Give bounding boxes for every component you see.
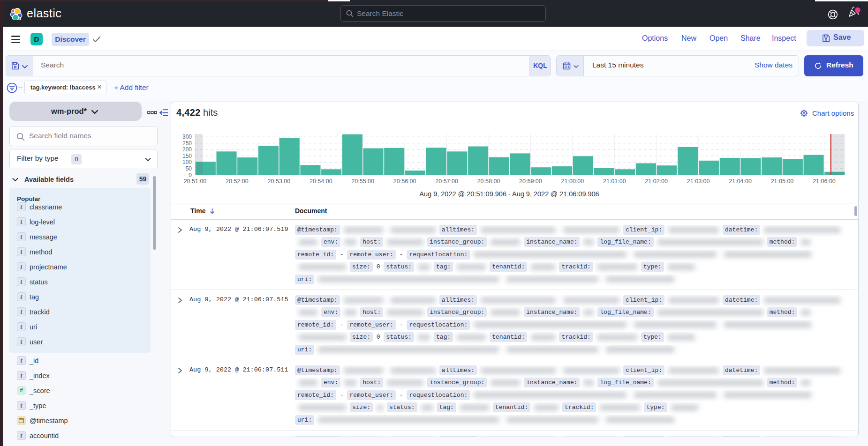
svg-text:20:57:00: 20:57:00 (435, 178, 458, 185)
svg-text:20:56:00: 20:56:00 (393, 178, 416, 185)
svg-text:20:51:00: 20:51:00 (184, 178, 207, 185)
svg-text:20:55:00: 20:55:00 (351, 178, 374, 185)
svg-text:20:58:00: 20:58:00 (477, 178, 500, 185)
svg-text:0: 0 (189, 172, 192, 178)
svg-text:100: 100 (182, 159, 192, 165)
svg-text:21:05:00: 21:05:00 (771, 178, 794, 185)
svg-text:50: 50 (186, 165, 192, 172)
svg-text:200: 200 (182, 146, 192, 153)
svg-text:20:52:00: 20:52:00 (226, 178, 249, 185)
svg-text:300: 300 (182, 134, 192, 140)
svg-text:21:02:00: 21:02:00 (645, 178, 668, 185)
svg-text:20:53:00: 20:53:00 (268, 178, 291, 185)
svg-text:250: 250 (182, 140, 192, 147)
svg-text:21:04:00: 21:04:00 (729, 178, 752, 185)
svg-text:21:03:00: 21:03:00 (687, 178, 710, 185)
svg-text:20:59:00: 20:59:00 (519, 178, 542, 185)
svg-text:21:00:00: 21:00:00 (561, 178, 584, 185)
svg-text:21:06:00: 21:06:00 (813, 178, 836, 185)
svg-text:20:54:00: 20:54:00 (309, 178, 332, 185)
svg-text:150: 150 (182, 153, 192, 159)
svg-text:21:01:00: 21:01:00 (603, 178, 626, 185)
